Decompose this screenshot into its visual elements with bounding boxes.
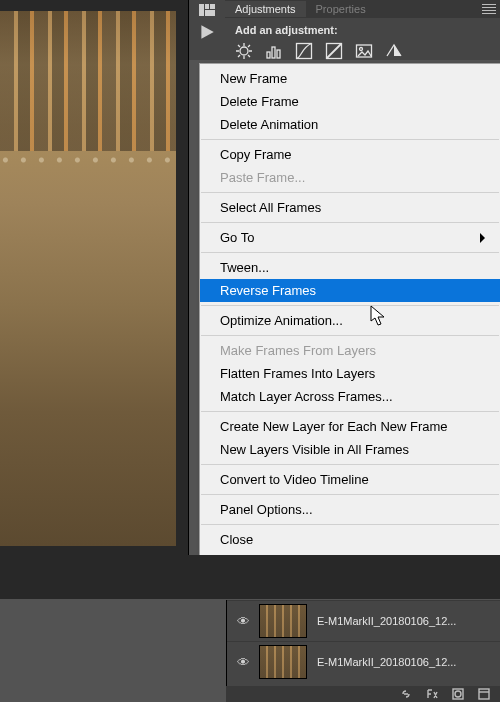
- menu-item-tween[interactable]: Tween...: [200, 256, 500, 279]
- timeline-dock-icon[interactable]: [198, 2, 216, 18]
- menu-separator: [201, 222, 499, 223]
- photo-filter-icon[interactable]: [355, 42, 373, 60]
- brightness-contrast-icon[interactable]: [235, 42, 253, 60]
- menu-separator: [201, 252, 499, 253]
- menu-item-go-to[interactable]: Go To: [200, 226, 500, 249]
- menu-item-close[interactable]: Close: [200, 528, 500, 551]
- layer-name[interactable]: E-M1MarkII_20180106_12...: [317, 615, 456, 627]
- layers-bottom-bar: [226, 686, 500, 702]
- layer-thumbnail[interactable]: [259, 604, 307, 638]
- svg-point-11: [360, 48, 363, 51]
- menu-separator: [201, 192, 499, 193]
- svg-rect-3: [205, 10, 215, 16]
- menu-separator: [201, 411, 499, 412]
- menu-item-copy-frame[interactable]: Copy Frame: [200, 143, 500, 166]
- adjustments-icon-row: [235, 42, 490, 60]
- svg-rect-0: [199, 4, 204, 16]
- layer-name[interactable]: E-M1MarkII_20180106_12...: [317, 656, 456, 668]
- svg-rect-5: [267, 52, 270, 58]
- menu-item-delete-animation[interactable]: Delete Animation: [200, 113, 500, 136]
- svg-rect-7: [277, 50, 280, 58]
- canvas-area: [0, 0, 189, 555]
- menu-item-flatten-frames-into-layers[interactable]: Flatten Frames Into Layers: [200, 362, 500, 385]
- play-icon[interactable]: [198, 24, 216, 40]
- menu-item-convert-to-video-timeline[interactable]: Convert to Video Timeline: [200, 468, 500, 491]
- panel-menu-icon[interactable]: [482, 4, 496, 14]
- menu-separator: [201, 494, 499, 495]
- layer-row[interactable]: 👁 E-M1MarkII_20180106_12...: [227, 641, 500, 682]
- menu-item-reverse-frames[interactable]: Reverse Frames: [200, 279, 500, 302]
- panel-tabs: Adjustments Properties: [225, 0, 500, 18]
- invert-icon[interactable]: [385, 42, 403, 60]
- menu-item-new-frame[interactable]: New Frame: [200, 67, 500, 90]
- panel-dock-buttons: [189, 0, 225, 40]
- timeline-panel-menu[interactable]: New FrameDelete FrameDelete AnimationCop…: [199, 63, 500, 578]
- svg-point-13: [455, 691, 461, 697]
- curves-icon[interactable]: [295, 42, 313, 60]
- document-image: [0, 11, 176, 546]
- workspace-bottom: [0, 555, 500, 599]
- adjustments-label: Add an adjustment:: [235, 24, 490, 36]
- svg-rect-2: [210, 4, 215, 9]
- mask-icon[interactable]: [452, 688, 464, 700]
- tab-properties[interactable]: Properties: [306, 1, 376, 17]
- svg-point-4: [240, 47, 248, 55]
- menu-separator: [201, 335, 499, 336]
- new-group-icon[interactable]: [478, 688, 490, 700]
- menu-separator: [201, 139, 499, 140]
- levels-icon[interactable]: [265, 42, 283, 60]
- exposure-icon[interactable]: [325, 42, 343, 60]
- menu-item-panel-options[interactable]: Panel Options...: [200, 498, 500, 521]
- panel-toolstrip: Adjustments Properties Add an adjustment…: [189, 0, 500, 60]
- menu-item-make-frames-from-layers: Make Frames From Layers: [200, 339, 500, 362]
- menu-item-delete-frame[interactable]: Delete Frame: [200, 90, 500, 113]
- layer-thumbnail[interactable]: [259, 645, 307, 679]
- link-layers-icon[interactable]: [400, 688, 412, 700]
- svg-rect-14: [479, 689, 489, 699]
- menu-separator: [201, 464, 499, 465]
- tab-adjustments[interactable]: Adjustments: [225, 1, 306, 17]
- menu-item-match-layer-across-frames[interactable]: Match Layer Across Frames...: [200, 385, 500, 408]
- menu-item-optimize-animation[interactable]: Optimize Animation...: [200, 309, 500, 332]
- submenu-arrow-icon: [480, 233, 490, 243]
- menu-item-select-all-frames[interactable]: Select All Frames: [200, 196, 500, 219]
- menu-separator: [201, 305, 499, 306]
- menu-separator: [201, 524, 499, 525]
- menu-item-new-layers-visible-in-all-frames[interactable]: New Layers Visible in All Frames: [200, 438, 500, 461]
- menu-item-create-new-layer-for-each-new-frame[interactable]: Create New Layer for Each New Frame: [200, 415, 500, 438]
- menu-item-paste-frame: Paste Frame...: [200, 166, 500, 189]
- visibility-icon[interactable]: 👁: [227, 614, 259, 629]
- svg-rect-1: [205, 4, 209, 9]
- visibility-icon[interactable]: 👁: [227, 655, 259, 670]
- fx-icon[interactable]: [426, 688, 438, 700]
- adjustments-panel: Adjustments Properties Add an adjustment…: [225, 0, 500, 60]
- layer-row[interactable]: 👁 E-M1MarkII_20180106_12...: [227, 600, 500, 641]
- svg-rect-6: [272, 47, 275, 58]
